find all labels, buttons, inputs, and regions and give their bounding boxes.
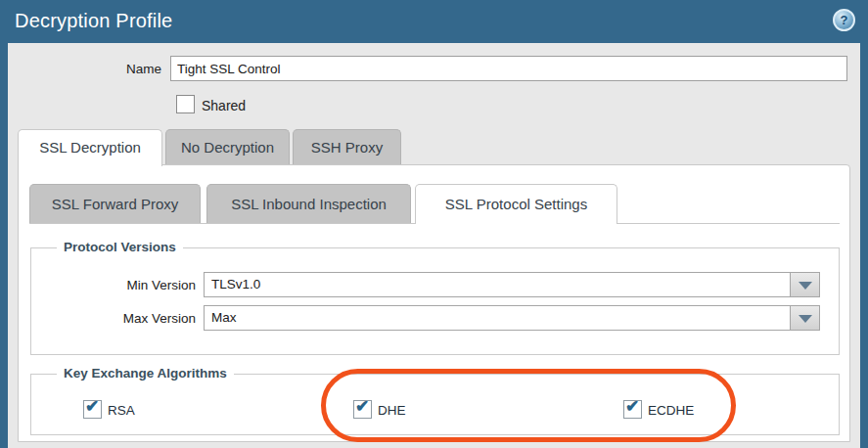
dropdown-button[interactable]: [790, 306, 819, 330]
min-version-dropdown[interactable]: TLSv1.0: [204, 272, 820, 297]
name-input[interactable]: [170, 56, 847, 81]
max-version-label: Max Version: [88, 311, 196, 326]
ecdhe-checkbox[interactable]: ✔: [623, 400, 642, 419]
max-version-value: Max: [211, 306, 237, 330]
tab-ssl-protocol-settings[interactable]: SSL Protocol Settings: [415, 184, 617, 224]
dropdown-button[interactable]: [790, 273, 819, 296]
min-version-value: TLSv1.0: [211, 273, 260, 296]
tab-ssl-decryption[interactable]: SSL Decryption: [18, 129, 162, 166]
tab-label: SSL Inbound Inspection: [231, 196, 387, 212]
ecdhe-label: ECDHE: [648, 403, 694, 418]
tab-ssh-proxy[interactable]: SSH Proxy: [293, 129, 401, 164]
tab-ssl-forward-proxy[interactable]: SSL Forward Proxy: [29, 184, 201, 223]
checkmark-icon: ✔: [85, 397, 99, 417]
tab-label: No Decryption: [181, 139, 274, 156]
chevron-down-icon: [799, 315, 812, 323]
key-exchange-legend: Key Exchange Algorithms: [57, 366, 234, 381]
chevron-down-icon: [799, 282, 812, 290]
protocol-versions-fieldset: Protocol Versions: [30, 247, 840, 355]
tab-label: SSH Proxy: [311, 139, 383, 156]
help-icon[interactable]: ?: [833, 9, 855, 31]
max-version-dropdown[interactable]: Max: [204, 305, 820, 331]
min-version-label: Min Version: [88, 278, 196, 292]
key-exchange-fieldset: Key Exchange Algorithms: [30, 374, 840, 435]
decryption-profile-dialog: Decryption Profile ? Name Shared SSL Dec…: [0, 0, 868, 448]
shared-label: Shared: [202, 98, 246, 113]
tab-label: SSL Forward Proxy: [52, 196, 179, 212]
dialog-titlebar: Decryption Profile ?: [0, 0, 868, 43]
protocol-versions-legend: Protocol Versions: [57, 240, 183, 254]
rsa-checkbox[interactable]: ✔: [83, 400, 102, 419]
checkmark-icon: ✔: [355, 397, 369, 417]
checkmark-icon: ✔: [625, 397, 639, 417]
tab-ssl-inbound-inspection[interactable]: SSL Inbound Inspection: [206, 184, 411, 223]
dialog-title: Decryption Profile: [15, 0, 172, 42]
dhe-checkbox[interactable]: ✔: [353, 400, 372, 419]
tab-label: SSL Protocol Settings: [445, 196, 587, 212]
dhe-label: DHE: [378, 403, 406, 418]
tab-no-decryption[interactable]: No Decryption: [165, 129, 290, 164]
rsa-label: RSA: [108, 403, 135, 418]
name-label: Name: [59, 62, 161, 76]
shared-checkbox[interactable]: [176, 95, 195, 113]
tab-label: SSL Decryption: [39, 139, 141, 156]
